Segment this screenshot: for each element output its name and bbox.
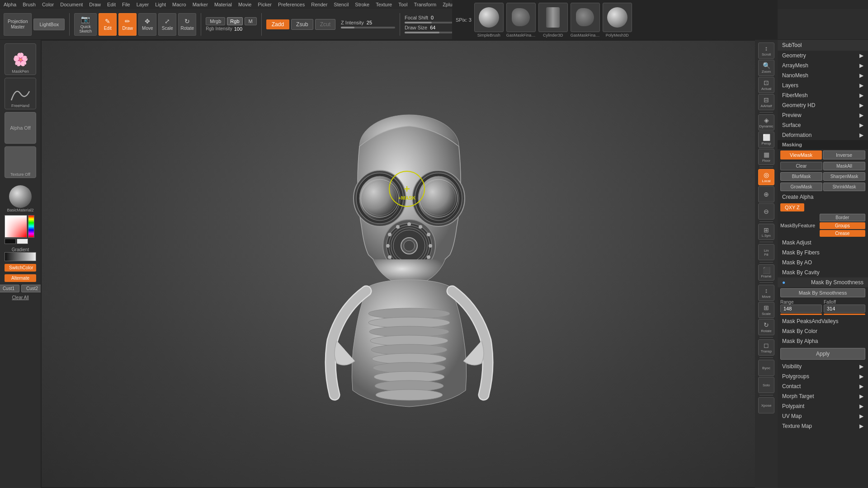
xyz-button[interactable]: QXY Z — [780, 203, 804, 211]
brush-preview-1[interactable]: 🌸 MaskPen — [5, 43, 36, 75]
thumbnail-gasmask2[interactable]: GasMaskFinalTO2BRi — [571, 3, 600, 38]
viewmask-button[interactable]: ViewMask — [780, 150, 822, 160]
falloff-value[interactable]: 314 — [824, 305, 865, 313]
border-button[interactable]: Border — [820, 214, 865, 221]
brush-preview-2[interactable]: FreeHand — [5, 78, 36, 109]
rotate-button[interactable]: ↻ Rotate — [178, 13, 196, 36]
mask-by-color-item[interactable]: Mask By Color — [778, 326, 868, 336]
sharpenmask-button[interactable]: SharpenMask — [823, 172, 865, 181]
menu-color[interactable]: Color — [42, 2, 54, 7]
alpha-preview[interactable]: Alpha Off — [5, 112, 36, 144]
scale-button[interactable]: ⤢ Scale — [158, 13, 176, 36]
m-button[interactable]: M — [245, 17, 257, 25]
create-alpha-item[interactable]: Create Alpha — [778, 192, 868, 202]
menu-picker[interactable]: Picker — [258, 2, 272, 7]
panel-texture-map[interactable]: Texture Map ▶ — [778, 421, 868, 431]
tool-byoc[interactable]: Byoc — [758, 360, 774, 376]
draw-size-slider[interactable] — [405, 32, 459, 33]
menu-edit[interactable]: Edit — [107, 2, 116, 7]
panel-visibility[interactable]: Visibility ▶ — [778, 361, 868, 371]
thumbnail-polymesh[interactable]: PolyMesh3D — [603, 3, 632, 38]
clear-all-button[interactable]: Clear All — [12, 295, 28, 300]
zcut-button[interactable]: Zcut — [315, 19, 335, 30]
crease-button[interactable]: Crease — [820, 230, 865, 237]
menu-stroke[interactable]: Stroke — [355, 2, 369, 7]
mask-by-smoothness-button[interactable]: Mask By Smoothness — [780, 288, 865, 297]
color-hue-bar[interactable] — [28, 215, 34, 238]
cust2-button[interactable]: Cust2 — [21, 285, 41, 292]
thumbnail-cylinder[interactable]: Cylinder3D — [538, 3, 568, 38]
tool-scale[interactable]: ⊞ Scale — [758, 302, 774, 318]
edit-button[interactable]: ✎ Edit — [99, 13, 117, 36]
panel-uv-map[interactable]: UV Map ▶ — [778, 411, 868, 421]
tool-zoom3[interactable]: ⊖ — [758, 203, 774, 220]
falloff-slider[interactable] — [824, 314, 865, 315]
subtool-header[interactable]: SubTool — [778, 40, 868, 51]
mask-by-fibers-item[interactable]: Mask By Fibers — [778, 248, 868, 258]
mask-by-alpha-item[interactable]: Mask By Alpha — [778, 336, 868, 346]
mask-by-cavity-item[interactable]: Mask By Cavity — [778, 267, 868, 277]
menu-texture[interactable]: Texture — [376, 2, 392, 7]
apply-button[interactable]: Apply — [780, 348, 865, 360]
tool-local[interactable]: ◎ Local — [758, 169, 774, 185]
blurmask-button[interactable]: BlurMask — [780, 172, 822, 181]
shrinkmask-button[interactable]: ShrinkMask — [823, 183, 865, 191]
growmask-button[interactable]: GrowMask — [780, 183, 822, 191]
menu-draw[interactable]: Draw — [89, 2, 101, 7]
thumb-box-simplebrush[interactable] — [474, 3, 504, 32]
menu-preferences[interactable]: Preferences — [278, 2, 305, 7]
tool-scroll[interactable]: ↕ Scroll — [758, 42, 774, 59]
menu-light[interactable]: Light — [155, 2, 166, 7]
alternate-button[interactable]: Alternate — [5, 274, 36, 282]
menu-render[interactable]: Render — [311, 2, 327, 7]
tool-persp[interactable]: ⬜ Persp — [758, 131, 774, 148]
mask-by-smoothness-item[interactable]: ● Mask By Smoothness — [778, 277, 868, 287]
color-square[interactable] — [5, 215, 27, 238]
thumb-box-polymesh[interactable] — [603, 3, 632, 32]
mask-peaks-valleys-item[interactable]: Mask PeaksAndValleys — [778, 316, 868, 326]
color-picker[interactable] — [5, 215, 36, 244]
switch-color-button[interactable]: SwitchColor — [5, 264, 36, 272]
menu-layer[interactable]: Layer — [137, 2, 149, 7]
mrgb-button[interactable]: Mrgb — [206, 17, 225, 25]
gradient-bar[interactable] — [5, 252, 36, 261]
lightbox-button[interactable]: LightBox — [33, 19, 65, 30]
panel-preview[interactable]: Preview ▶ — [778, 110, 868, 120]
panel-surface[interactable]: Surface ▶ — [778, 120, 868, 130]
range-value[interactable]: 148 — [780, 305, 822, 313]
menu-marker[interactable]: Marker — [193, 2, 208, 7]
panel-arraymesh[interactable]: ArrayMesh ▶ — [778, 61, 868, 70]
panel-deformation[interactable]: Deformation ▶ — [778, 130, 868, 140]
tool-zoom[interactable]: 🔍 Zoom — [758, 60, 774, 76]
quick-sketch-button[interactable]: 📷 QuickSketch — [74, 13, 97, 36]
thumbnail-simplebrush[interactable]: SimpleBrush — [474, 3, 504, 38]
menu-file[interactable]: File — [122, 2, 130, 7]
panel-nanomesh[interactable]: NanoMesh ▶ — [778, 70, 868, 80]
tool-rotate[interactable]: ↻ Rotate — [758, 319, 774, 335]
tool-aahalf[interactable]: ⊟ AAHalf — [758, 94, 774, 110]
menu-brush[interactable]: Brush — [23, 2, 36, 7]
panel-geometryhd[interactable]: Geometry HD ▶ — [778, 100, 868, 110]
z-intensity-slider[interactable] — [341, 27, 395, 28]
maskall-button[interactable]: MaskAll — [823, 162, 865, 170]
menu-stencil[interactable]: Stencil — [334, 2, 349, 7]
panel-polypaint[interactable]: Polypaint ▶ — [778, 401, 868, 411]
tool-actual[interactable]: ⊡ Actual — [758, 77, 774, 93]
panel-polygroups[interactable]: Polygroups ▶ — [778, 371, 868, 381]
thumb-box-gasmask2[interactable] — [571, 3, 600, 32]
menu-tool[interactable]: Tool — [398, 2, 407, 7]
cust1-button[interactable]: Cust1 — [0, 285, 19, 292]
tool-frame[interactable]: ⬛ Frame — [758, 264, 774, 281]
inverse-button[interactable]: Inverse — [823, 150, 865, 160]
thumb-box-gasmask1[interactable] — [506, 3, 536, 32]
panel-geometry[interactable]: Geometry ▶ — [778, 51, 868, 61]
panel-contact[interactable]: Contact ▶ — [778, 381, 868, 391]
menu-transform[interactable]: Transform — [414, 2, 436, 7]
zadd-button[interactable]: Zadd — [266, 19, 289, 29]
viewport[interactable]: +MASK — [41, 40, 778, 488]
tool-linpill[interactable]: Lin Pill — [758, 244, 774, 260]
menu-alpha[interactable]: Alpha — [4, 2, 16, 7]
black-swatch[interactable] — [5, 239, 16, 244]
thumb-box-cylinder[interactable] — [538, 3, 568, 32]
tool-floor[interactable]: ▦ Floor — [758, 149, 774, 165]
